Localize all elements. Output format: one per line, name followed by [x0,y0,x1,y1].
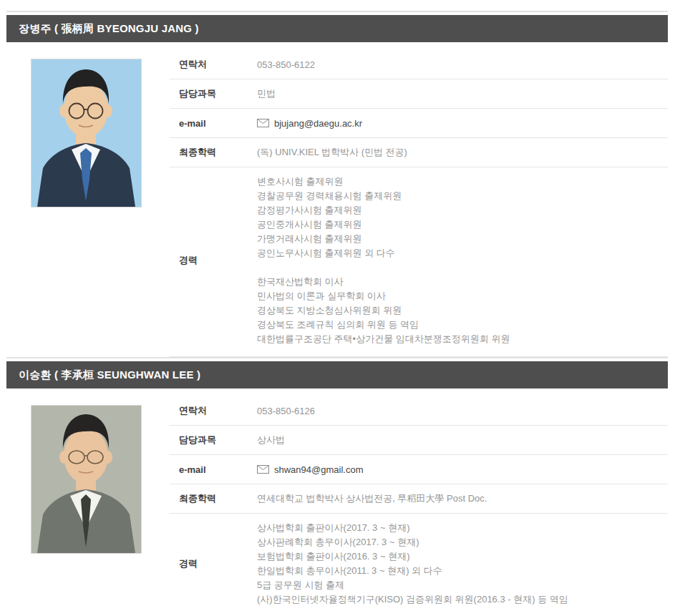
career-value: 상사법학회 출판이사(2017. 3 ~ 현재) 상사판례학회 총무이사(201… [257,521,668,607]
section-divider [6,357,668,358]
table-row-contact: 연락처 053-850-6126 [170,396,668,426]
subjects-value: 상사법 [257,434,668,446]
faculty-profile-page: 장병주 ( 張柄周 BYEONGJU JANG ) [6,11,668,616]
table-row-education: 최종학력 연세대학교 법학박사 상사법전공, 早稻田大學 Post Doc. [170,484,668,514]
table-row-contact: 연락처 053-850-6122 [170,50,668,79]
education-value: (독) UNIV.KIEL 법학박사 (민법 전공) [257,146,668,159]
email-link[interactable]: bjujang@daegu.ac.kr [274,118,362,129]
portrait-illustration [31,59,141,207]
profile-name-header: 이승환 ( 李承桓 SEUNGHWAN LEE ) [6,361,668,388]
table-row-education: 최종학력 (독) UNIV.KIEL 법학박사 (민법 전공) [170,138,668,167]
table-row-career: 경력 상사법학회 출판이사(2017. 3 ~ 현재) 상사판례학회 총무이사(… [170,514,668,616]
email-label: e-mail [170,118,257,129]
section-divider [6,11,668,12]
professor-profile-1: 장병주 ( 張柄周 BYEONGJU JANG ) [6,11,668,357]
education-label: 최종학력 [170,492,257,505]
profile-name-header: 장병주 ( 張柄周 BYEONGJU JANG ) [6,15,668,42]
subjects-value: 민법 [257,87,668,100]
career-label: 경력 [170,254,257,267]
contact-value: 053-850-6126 [257,406,668,416]
envelope-icon [257,465,269,474]
email-link[interactable]: shwan94@gmail.com [274,464,363,475]
career-value: 변호사시험 출제위원 경찰공무원 경력채용시험 출제위원 감정평가사시험 출제위… [257,175,668,346]
table-row-subjects: 담당과목 상사법 [170,426,668,455]
table-row-email: e-mail shwan94@gmail.com [170,455,668,484]
contact-label: 연락처 [170,404,257,417]
email-label: e-mail [170,464,257,475]
profile-photo [31,405,142,554]
table-row-email: e-mail bjujang@daegu.ac.kr [170,109,668,138]
career-label: 경력 [170,557,257,570]
professor-profile-2: 이승환 ( 李承桓 SEUNGHWAN LEE ) [6,357,668,616]
portrait-illustration [31,406,141,553]
education-value: 연세대학교 법학박사 상사법전공, 早稻田大學 Post Doc. [257,492,668,505]
subjects-label: 담당과목 [170,87,257,100]
profile-info-table: 연락처 053-850-6122 담당과목 민법 e-mail bjujang@… [170,50,668,357]
envelope-icon [257,119,269,127]
table-row-subjects: 담당과목 민법 [170,79,668,109]
education-label: 최종학력 [170,146,257,159]
profile-photo [31,59,142,207]
contact-label: 연락처 [170,58,257,71]
subjects-label: 담당과목 [170,434,257,446]
contact-value: 053-850-6122 [257,59,668,70]
profile-info-table: 연락처 053-850-6126 담당과목 상사법 e-mail shwan94… [170,396,668,616]
table-row-career: 경력 변호사시험 출제위원 경찰공무원 경력채용시험 출제위원 감정평가사시험 … [170,167,668,357]
